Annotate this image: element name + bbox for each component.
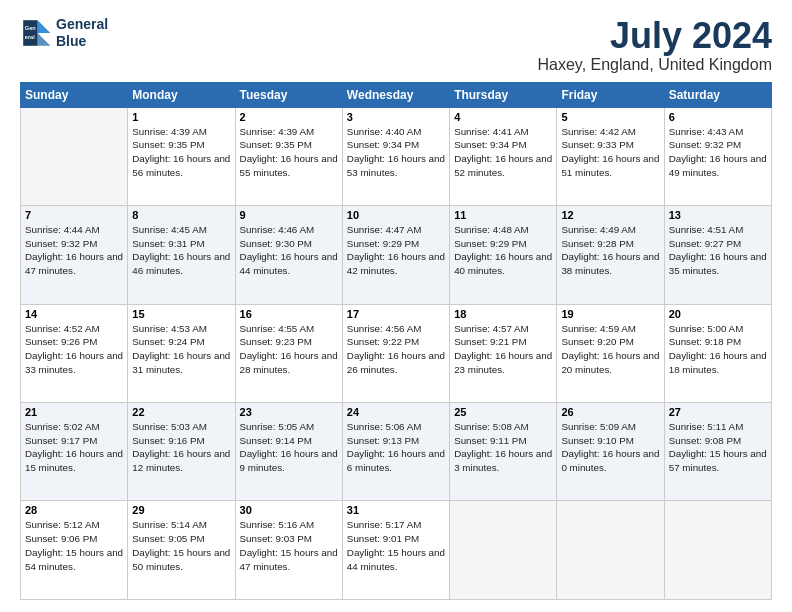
day-info: Sunrise: 4:48 AMSunset: 9:29 PMDaylight:… — [454, 223, 552, 278]
day-info: Sunrise: 4:39 AMSunset: 9:35 PMDaylight:… — [240, 125, 338, 180]
calendar-week-row: 28Sunrise: 5:12 AMSunset: 9:06 PMDayligh… — [21, 501, 772, 600]
logo-icon: Gen eral — [20, 17, 52, 49]
day-number: 2 — [240, 111, 338, 123]
calendar-cell — [664, 501, 771, 600]
calendar-cell: 28Sunrise: 5:12 AMSunset: 9:06 PMDayligh… — [21, 501, 128, 600]
day-of-week-header: Sunday — [21, 82, 128, 107]
calendar-cell: 5Sunrise: 4:42 AMSunset: 9:33 PMDaylight… — [557, 107, 664, 205]
day-of-week-header: Monday — [128, 82, 235, 107]
day-number: 3 — [347, 111, 445, 123]
calendar-cell: 6Sunrise: 4:43 AMSunset: 9:32 PMDaylight… — [664, 107, 771, 205]
day-info: Sunrise: 4:42 AMSunset: 9:33 PMDaylight:… — [561, 125, 659, 180]
calendar-cell: 8Sunrise: 4:45 AMSunset: 9:31 PMDaylight… — [128, 206, 235, 304]
day-info: Sunrise: 4:39 AMSunset: 9:35 PMDaylight:… — [132, 125, 230, 180]
day-info: Sunrise: 4:55 AMSunset: 9:23 PMDaylight:… — [240, 322, 338, 377]
day-number: 23 — [240, 406, 338, 418]
calendar-cell: 4Sunrise: 4:41 AMSunset: 9:34 PMDaylight… — [450, 107, 557, 205]
day-number: 29 — [132, 504, 230, 516]
calendar-cell — [557, 501, 664, 600]
day-info: Sunrise: 5:03 AMSunset: 9:16 PMDaylight:… — [132, 420, 230, 475]
day-number: 16 — [240, 308, 338, 320]
day-number: 27 — [669, 406, 767, 418]
calendar-cell — [450, 501, 557, 600]
day-number: 7 — [25, 209, 123, 221]
day-number: 17 — [347, 308, 445, 320]
day-of-week-header: Wednesday — [342, 82, 449, 107]
day-number: 12 — [561, 209, 659, 221]
calendar-cell: 1Sunrise: 4:39 AMSunset: 9:35 PMDaylight… — [128, 107, 235, 205]
day-info: Sunrise: 4:45 AMSunset: 9:31 PMDaylight:… — [132, 223, 230, 278]
day-number: 8 — [132, 209, 230, 221]
day-number: 14 — [25, 308, 123, 320]
day-info: Sunrise: 5:17 AMSunset: 9:01 PMDaylight:… — [347, 518, 445, 573]
day-number: 5 — [561, 111, 659, 123]
day-number: 22 — [132, 406, 230, 418]
day-info: Sunrise: 4:57 AMSunset: 9:21 PMDaylight:… — [454, 322, 552, 377]
logo: Gen eral General Blue — [20, 16, 108, 50]
day-number: 21 — [25, 406, 123, 418]
calendar-cell: 18Sunrise: 4:57 AMSunset: 9:21 PMDayligh… — [450, 304, 557, 402]
calendar-cell: 23Sunrise: 5:05 AMSunset: 9:14 PMDayligh… — [235, 403, 342, 501]
day-number: 28 — [25, 504, 123, 516]
calendar-cell: 14Sunrise: 4:52 AMSunset: 9:26 PMDayligh… — [21, 304, 128, 402]
day-info: Sunrise: 4:41 AMSunset: 9:34 PMDaylight:… — [454, 125, 552, 180]
day-number: 4 — [454, 111, 552, 123]
day-info: Sunrise: 4:40 AMSunset: 9:34 PMDaylight:… — [347, 125, 445, 180]
day-info: Sunrise: 5:09 AMSunset: 9:10 PMDaylight:… — [561, 420, 659, 475]
day-info: Sunrise: 5:02 AMSunset: 9:17 PMDaylight:… — [25, 420, 123, 475]
svg-text:eral: eral — [25, 33, 35, 39]
day-number: 9 — [240, 209, 338, 221]
calendar-week-row: 7Sunrise: 4:44 AMSunset: 9:32 PMDaylight… — [21, 206, 772, 304]
day-info: Sunrise: 5:06 AMSunset: 9:13 PMDaylight:… — [347, 420, 445, 475]
calendar-week-row: 21Sunrise: 5:02 AMSunset: 9:17 PMDayligh… — [21, 403, 772, 501]
day-number: 1 — [132, 111, 230, 123]
calendar-cell: 30Sunrise: 5:16 AMSunset: 9:03 PMDayligh… — [235, 501, 342, 600]
day-info: Sunrise: 4:52 AMSunset: 9:26 PMDaylight:… — [25, 322, 123, 377]
day-info: Sunrise: 4:51 AMSunset: 9:27 PMDaylight:… — [669, 223, 767, 278]
day-number: 6 — [669, 111, 767, 123]
calendar-header-row: SundayMondayTuesdayWednesdayThursdayFrid… — [21, 82, 772, 107]
calendar-cell: 20Sunrise: 5:00 AMSunset: 9:18 PMDayligh… — [664, 304, 771, 402]
logo-text: General Blue — [56, 16, 108, 50]
day-number: 24 — [347, 406, 445, 418]
day-of-week-header: Friday — [557, 82, 664, 107]
day-info: Sunrise: 4:53 AMSunset: 9:24 PMDaylight:… — [132, 322, 230, 377]
day-number: 30 — [240, 504, 338, 516]
calendar-table: SundayMondayTuesdayWednesdayThursdayFrid… — [20, 82, 772, 600]
day-info: Sunrise: 5:12 AMSunset: 9:06 PMDaylight:… — [25, 518, 123, 573]
day-number: 11 — [454, 209, 552, 221]
calendar-cell: 15Sunrise: 4:53 AMSunset: 9:24 PMDayligh… — [128, 304, 235, 402]
calendar-cell: 10Sunrise: 4:47 AMSunset: 9:29 PMDayligh… — [342, 206, 449, 304]
day-info: Sunrise: 4:44 AMSunset: 9:32 PMDaylight:… — [25, 223, 123, 278]
calendar-cell: 19Sunrise: 4:59 AMSunset: 9:20 PMDayligh… — [557, 304, 664, 402]
calendar-cell: 11Sunrise: 4:48 AMSunset: 9:29 PMDayligh… — [450, 206, 557, 304]
calendar-week-row: 1Sunrise: 4:39 AMSunset: 9:35 PMDaylight… — [21, 107, 772, 205]
svg-marker-1 — [38, 33, 51, 46]
calendar-cell: 2Sunrise: 4:39 AMSunset: 9:35 PMDaylight… — [235, 107, 342, 205]
calendar-cell: 24Sunrise: 5:06 AMSunset: 9:13 PMDayligh… — [342, 403, 449, 501]
day-info: Sunrise: 5:14 AMSunset: 9:05 PMDaylight:… — [132, 518, 230, 573]
day-number: 13 — [669, 209, 767, 221]
day-info: Sunrise: 4:59 AMSunset: 9:20 PMDaylight:… — [561, 322, 659, 377]
day-info: Sunrise: 4:49 AMSunset: 9:28 PMDaylight:… — [561, 223, 659, 278]
header: Gen eral General Blue July 2024 Haxey, E… — [20, 16, 772, 74]
day-number: 26 — [561, 406, 659, 418]
day-info: Sunrise: 5:11 AMSunset: 9:08 PMDaylight:… — [669, 420, 767, 475]
calendar-cell: 31Sunrise: 5:17 AMSunset: 9:01 PMDayligh… — [342, 501, 449, 600]
calendar-cell: 22Sunrise: 5:03 AMSunset: 9:16 PMDayligh… — [128, 403, 235, 501]
day-info: Sunrise: 4:46 AMSunset: 9:30 PMDaylight:… — [240, 223, 338, 278]
calendar-cell: 26Sunrise: 5:09 AMSunset: 9:10 PMDayligh… — [557, 403, 664, 501]
day-number: 18 — [454, 308, 552, 320]
day-info: Sunrise: 5:05 AMSunset: 9:14 PMDaylight:… — [240, 420, 338, 475]
calendar-cell: 25Sunrise: 5:08 AMSunset: 9:11 PMDayligh… — [450, 403, 557, 501]
day-number: 15 — [132, 308, 230, 320]
day-info: Sunrise: 5:16 AMSunset: 9:03 PMDaylight:… — [240, 518, 338, 573]
calendar-cell: 27Sunrise: 5:11 AMSunset: 9:08 PMDayligh… — [664, 403, 771, 501]
day-info: Sunrise: 4:47 AMSunset: 9:29 PMDaylight:… — [347, 223, 445, 278]
calendar-cell: 16Sunrise: 4:55 AMSunset: 9:23 PMDayligh… — [235, 304, 342, 402]
day-number: 25 — [454, 406, 552, 418]
calendar-week-row: 14Sunrise: 4:52 AMSunset: 9:26 PMDayligh… — [21, 304, 772, 402]
day-info: Sunrise: 4:43 AMSunset: 9:32 PMDaylight:… — [669, 125, 767, 180]
calendar-cell: 29Sunrise: 5:14 AMSunset: 9:05 PMDayligh… — [128, 501, 235, 600]
svg-text:Gen: Gen — [25, 25, 36, 31]
